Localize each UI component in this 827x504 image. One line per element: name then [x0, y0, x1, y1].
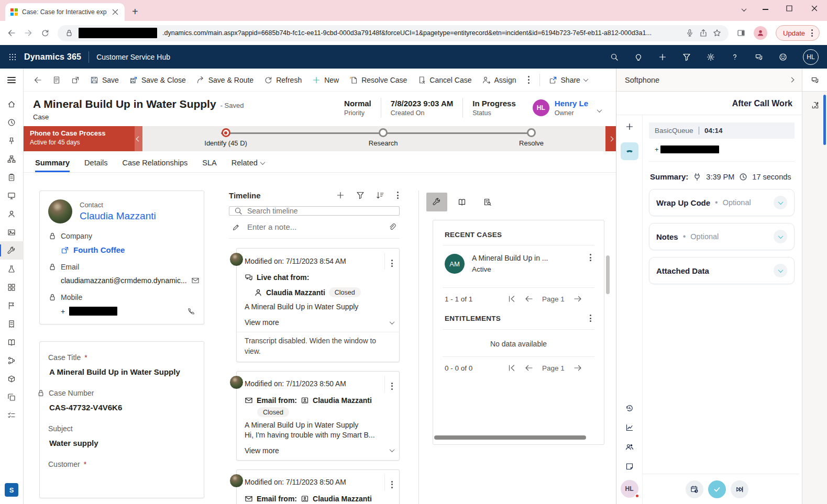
prev-page-icon[interactable] — [525, 295, 533, 303]
entry-subject[interactable]: A Mineral Build Up in Water Supply — [245, 420, 394, 430]
agent-avatar[interactable]: HL — [621, 480, 638, 498]
tab-case-relationships[interactable]: Case Relationships — [122, 159, 188, 172]
chevron-down-icon[interactable] — [390, 447, 395, 452]
tab-summary[interactable]: Summary — [35, 159, 70, 172]
call-history-icon[interactable] — [625, 404, 634, 412]
first-page-icon[interactable] — [508, 364, 516, 372]
plugin-puzzle-icon[interactable] — [811, 101, 819, 111]
collapse-pane-icon[interactable] — [789, 77, 795, 83]
sidebar-sitemap-icon[interactable] — [0, 150, 24, 168]
browser-menu-icon[interactable] — [810, 28, 814, 38]
timeline-entry-email[interactable]: Modified on: 7/11/2023 8:50 AM Email fro… — [236, 469, 400, 504]
tab-related[interactable]: Related — [231, 159, 264, 172]
teams-chat-icon[interactable] — [802, 69, 827, 92]
stage-resolve[interactable]: Resolve — [484, 128, 579, 147]
assign-button[interactable]: Assign — [478, 72, 521, 88]
side-panel-icon[interactable] — [737, 29, 745, 37]
filter-icon[interactable] — [682, 53, 691, 61]
smiley-feedback-icon[interactable] — [779, 53, 787, 61]
new-tab-button[interactable]: + — [132, 6, 138, 17]
sidebar-accounts-icon[interactable] — [0, 223, 24, 241]
wrap-up-code-section[interactable]: Wrap Up Code • Optional — [649, 189, 795, 216]
new-session-icon[interactable] — [625, 122, 634, 133]
process-next-icon[interactable] — [605, 126, 616, 151]
view-more-link[interactable]: View more — [245, 318, 279, 327]
entry-menu-icon[interactable] — [384, 253, 394, 270]
settings-gear-icon[interactable] — [707, 53, 715, 61]
process-prev-icon[interactable] — [135, 126, 142, 151]
process-stage-box[interactable]: Phone to Case Process Active for 45 days — [24, 126, 135, 151]
sidebar-flows-icon[interactable] — [0, 351, 24, 369]
browser-back-button[interactable] — [7, 29, 16, 37]
user-avatar[interactable]: HL — [803, 49, 819, 65]
timeline-filter-icon[interactable] — [356, 191, 365, 199]
case-row-menu-icon[interactable] — [589, 253, 592, 262]
timeline-add-icon[interactable] — [336, 191, 345, 199]
stage-marker-active[interactable] — [222, 128, 230, 137]
browser-update-button[interactable]: Update — [776, 25, 820, 41]
entry-subject[interactable]: A Mineral Build Up in Water Supply — [245, 302, 394, 312]
notes-section[interactable]: Notes • Optional — [649, 223, 795, 250]
sidebar-goals-icon[interactable] — [0, 296, 24, 315]
tab-details[interactable]: Details — [84, 159, 107, 172]
quick-create-icon[interactable] — [658, 53, 667, 61]
entry-menu-icon[interactable] — [384, 376, 394, 393]
header-expand-icon[interactable] — [597, 107, 602, 113]
company-link[interactable]: Fourth Coffee — [73, 245, 125, 254]
browser-reload-button[interactable] — [41, 29, 49, 37]
entitlements-menu-icon[interactable] — [589, 313, 592, 323]
timeline-note-row[interactable] — [229, 216, 400, 239]
email-value[interactable]: claudiamazzanti@crmdemo.dynamic... — [61, 276, 187, 285]
call-phone-icon[interactable] — [187, 307, 195, 316]
contact-name-link[interactable]: Claudia Mazzanti — [80, 210, 156, 222]
tool-knowledge-icon[interactable] — [451, 193, 472, 211]
first-page-icon[interactable] — [508, 295, 516, 303]
browser-profile-avatar[interactable] — [754, 26, 767, 40]
case-title-value[interactable]: A Mineral Build Up in Water Supply — [49, 367, 195, 376]
entry-from[interactable]: Claudia Mazzanti — [313, 396, 372, 405]
mic-icon[interactable] — [686, 29, 694, 37]
contacts-icon[interactable] — [625, 443, 634, 451]
timeline-search-input[interactable] — [247, 207, 394, 215]
new-button[interactable]: New — [307, 72, 344, 88]
browser-tab[interactable]: Case: Case for Interactive experie — [5, 3, 125, 21]
expand-wrap-up-icon[interactable] — [774, 196, 787, 209]
schedule-callback-button[interactable] — [686, 480, 703, 498]
send-email-icon[interactable] — [191, 276, 200, 285]
rail-scrollbar[interactable] — [823, 95, 826, 145]
tool-knowledge-search-icon[interactable] — [477, 193, 498, 211]
form-selector-icon[interactable] — [48, 72, 65, 88]
timeline-sort-icon[interactable] — [376, 191, 384, 199]
back-button[interactable] — [29, 72, 47, 88]
recent-case-title[interactable]: A Mineral Build Up in ... — [472, 254, 581, 262]
expand-attached-icon[interactable] — [774, 264, 787, 277]
app-name[interactable]: Customer Service Hub — [96, 53, 170, 61]
sitemap-toggle-icon[interactable] — [7, 69, 16, 92]
sidebar-products-icon[interactable] — [0, 369, 24, 388]
share-button[interactable]: Share — [544, 72, 592, 88]
horizontal-scrollbar[interactable] — [434, 435, 586, 440]
skip-acw-button[interactable] — [731, 480, 748, 498]
owner-value[interactable]: Henry Le — [555, 99, 588, 108]
complete-acw-button[interactable] — [708, 480, 726, 498]
timeline-entry-email[interactable]: Modified on: 7/11/2023 8:50 AM Email fro… — [236, 371, 400, 461]
timeline-more-icon[interactable] — [396, 191, 400, 200]
vertical-scrollbar[interactable] — [606, 255, 610, 294]
timeline-entry-chat[interactable]: Modified on: 7/11/2023 8:54 AM Live chat… — [236, 248, 400, 362]
sidebar-templates-icon[interactable] — [0, 388, 24, 406]
attached-data-section[interactable]: Attached Data — [649, 257, 795, 284]
sidebar-apps-icon[interactable] — [0, 278, 24, 296]
sidebar-activities-icon[interactable] — [0, 168, 24, 186]
save-route-button[interactable]: Save & Route — [192, 72, 258, 88]
recent-case-row[interactable]: AM A Mineral Build Up in ... Active — [445, 245, 592, 281]
expand-notes-icon[interactable] — [774, 230, 787, 243]
address-bar[interactable]: .dynamics.com/main.aspx?appid=6685b74b-f… — [58, 25, 729, 41]
next-page-icon[interactable] — [574, 295, 582, 303]
paperclip-icon[interactable] — [388, 223, 396, 231]
bookmark-star-icon[interactable] — [713, 29, 721, 37]
note-input[interactable] — [247, 222, 381, 231]
sidebar-pinned-icon[interactable] — [0, 131, 24, 150]
analytics-icon[interactable] — [625, 423, 634, 432]
stage-research[interactable]: Research — [336, 128, 431, 147]
prev-page-icon[interactable] — [525, 364, 533, 372]
